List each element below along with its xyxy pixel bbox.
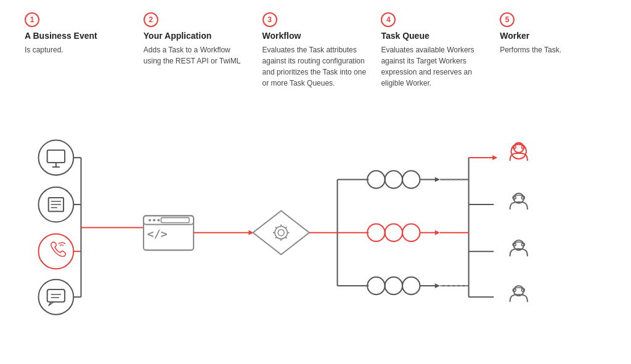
svg-line-37	[285, 237, 287, 238]
step-number-2: 2	[144, 12, 158, 27]
step-col-3: 3 Workflow Evaluates the Task attributes…	[256, 12, 375, 89]
svg-point-0	[38, 140, 73, 176]
step-number-1: 1	[25, 12, 39, 27]
step-number-3: 3	[263, 12, 277, 27]
step-col-1: 1 A Business Event Is captured.	[18, 12, 137, 89]
svg-point-9	[38, 234, 73, 269]
svg-point-31	[278, 230, 284, 236]
step-desc-3: Evaluates the Task attributes against it…	[263, 44, 369, 89]
step-col-4: 4 Task Queue Evaluates available Workers…	[375, 12, 494, 89]
svg-rect-25	[161, 217, 189, 222]
main-container: 1 A Business Event Is captured. 2 Your A…	[0, 0, 631, 364]
step-desc-5: Performs the Task.	[500, 44, 606, 55]
svg-point-45	[367, 171, 385, 188]
step-title-3: Workflow	[263, 31, 369, 41]
svg-marker-59	[435, 283, 440, 288]
svg-point-56	[385, 277, 402, 294]
step-desc-4: Evaluates available Workers against its …	[381, 44, 487, 89]
step-desc-2: Adds a Task to a Workflow using the REST…	[144, 44, 250, 67]
top-section: 1 A Business Event Is captured. 2 Your A…	[18, 12, 613, 89]
svg-point-51	[385, 224, 402, 241]
svg-point-57	[402, 277, 420, 294]
step-number-5: 5	[500, 12, 515, 27]
svg-line-39	[285, 227, 287, 229]
svg-line-36	[275, 227, 277, 229]
svg-point-22	[149, 219, 151, 221]
svg-point-47	[402, 171, 420, 188]
svg-marker-54	[435, 230, 440, 235]
svg-line-38	[275, 237, 277, 238]
svg-point-24	[157, 219, 160, 221]
svg-marker-84	[492, 155, 497, 160]
svg-rect-11	[47, 289, 65, 302]
svg-marker-49	[435, 177, 440, 182]
diagram-svg: </>	[18, 95, 613, 352]
step-col-5: 5 Worker Performs the Task.	[494, 12, 613, 89]
step-title-5: Worker	[500, 31, 606, 41]
svg-text:</>: </>	[147, 227, 168, 240]
svg-rect-1	[47, 150, 65, 163]
svg-point-23	[153, 219, 155, 221]
svg-point-46	[385, 171, 402, 188]
step-title-2: Your Application	[144, 31, 250, 41]
step-title-1: A Business Event	[25, 31, 131, 41]
svg-point-52	[402, 224, 420, 241]
svg-point-50	[367, 224, 385, 241]
step-desc-1: Is captured.	[25, 44, 131, 55]
step-title-4: Task Queue	[381, 31, 487, 41]
svg-point-10	[38, 280, 73, 315]
step-col-2: 2 Your Application Adds a Task to a Work…	[137, 12, 256, 89]
diagram-section: </>	[18, 95, 613, 352]
svg-marker-29	[253, 211, 309, 254]
step-number-4: 4	[381, 12, 396, 27]
svg-point-55	[367, 277, 385, 294]
